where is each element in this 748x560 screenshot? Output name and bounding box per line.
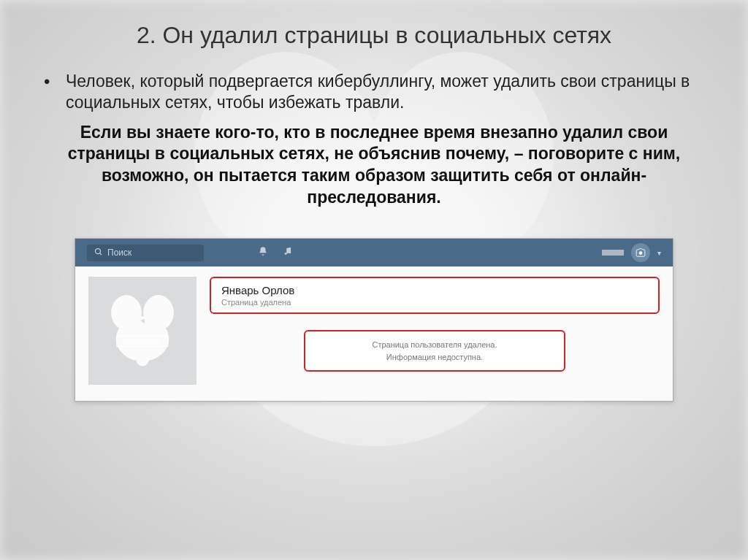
vk-header-right: ▾ <box>602 243 661 262</box>
bold-paragraph: Если вы знаете кого-то, кто в последнее … <box>51 122 697 210</box>
vk-deleted-box: Страница пользователя удалена. Информаци… <box>304 330 565 372</box>
svg-point-11 <box>136 353 149 367</box>
svg-line-4 <box>100 253 102 255</box>
slide-content: 2. Он удалил страницы в социальных сетях… <box>0 0 748 423</box>
vk-body: CENSORED Январь Орлов Страница удалена С… <box>75 266 673 401</box>
search-icon <box>94 248 103 258</box>
vk-profile-name: Январь Орлов <box>221 284 648 296</box>
svg-point-7 <box>639 251 643 255</box>
chevron-down-icon[interactable]: ▾ <box>657 249 661 257</box>
vk-header-bar: Поиск ▾ <box>75 239 673 266</box>
svg-point-5 <box>285 253 287 255</box>
vk-search-placeholder: Поиск <box>107 248 131 258</box>
vk-profile-picture: CENSORED <box>88 277 196 385</box>
bell-icon[interactable] <box>258 246 268 259</box>
vk-search-box[interactable]: Поиск <box>87 245 204 261</box>
svg-point-3 <box>96 248 101 253</box>
vk-username-strip <box>602 250 624 256</box>
vk-header-icons <box>258 246 293 259</box>
vk-screenshot: Поиск ▾ <box>75 238 673 402</box>
vk-name-box: Январь Орлов Страница удалена <box>210 277 660 314</box>
svg-point-6 <box>289 251 291 253</box>
bullet-paragraph: Человек, который подвергается кибербулли… <box>66 71 697 113</box>
vk-profile-right: Январь Орлов Страница удалена Страница п… <box>210 277 660 385</box>
vk-avatar-small[interactable] <box>631 243 650 262</box>
slide-title: 2. Он удалил страницы в социальных сетях <box>29 22 719 49</box>
vk-deleted-line2: Информация недоступна. <box>316 351 553 364</box>
vk-deleted-line1: Страница пользователя удалена. <box>316 339 553 351</box>
music-icon[interactable] <box>283 246 293 259</box>
vk-profile-status: Страница удалена <box>221 298 648 307</box>
censored-badge: CENSORED <box>116 336 168 347</box>
